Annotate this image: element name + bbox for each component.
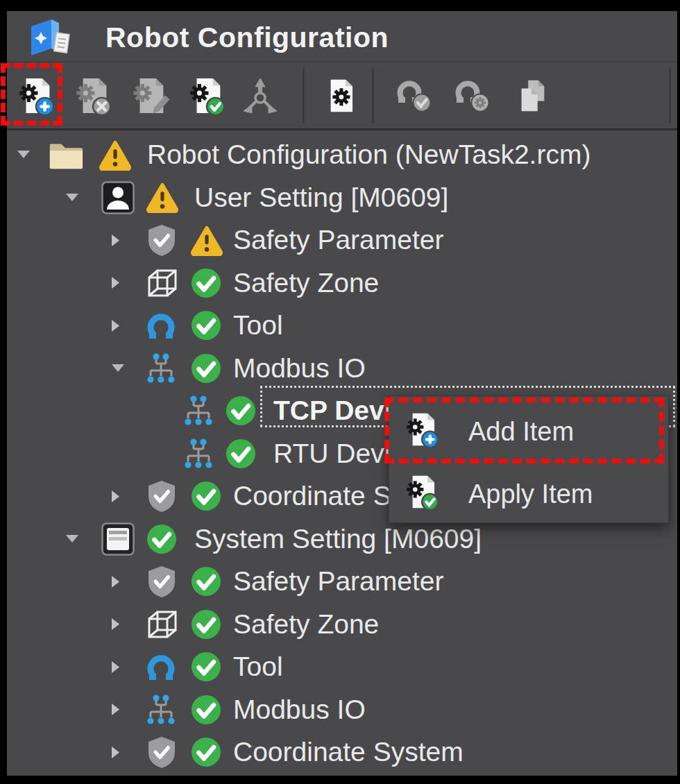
warning-icon — [99, 139, 132, 171]
modbus-icon — [146, 347, 176, 390]
doc-gear-add-icon — [17, 76, 56, 115]
gripper-icon — [146, 309, 176, 342]
robot-axes-icon — [240, 76, 280, 115]
warning-icon — [99, 133, 132, 176]
window-header: Robot Configuration — [7, 11, 677, 61]
toolbar-separator — [669, 68, 671, 123]
modbus-icon — [146, 352, 176, 385]
toolbar-robot-axes-button[interactable] — [239, 75, 282, 118]
warning-icon — [190, 225, 223, 256]
expand-arrow-collapsed-icon[interactable] — [111, 645, 120, 688]
tree-row-safety-parameter[interactable]: Safety Parameter — [7, 219, 677, 262]
doc-gear-apply-icon — [188, 76, 227, 115]
context-menu-item-add-item[interactable]: Add Item — [389, 402, 668, 461]
tree-row-robot-configuration-newtask2-rcm[interactable]: Robot Configuration (NewTask2.rcm) — [7, 133, 677, 176]
tree-row-safety-zone[interactable]: Safety Zone — [7, 603, 677, 646]
tree-row-tool[interactable]: Tool — [7, 304, 677, 347]
tree-row-label-cell: Coordinate System — [233, 731, 464, 774]
gripper-check-icon — [394, 76, 434, 115]
arrow-expanded-icon — [65, 534, 79, 544]
toolbar-add-item-button[interactable] — [15, 75, 58, 118]
ok-icon — [190, 267, 222, 299]
ok-icon — [146, 518, 178, 561]
doc-gear-add-icon — [405, 411, 441, 450]
tree-row-label: Tool — [233, 645, 283, 688]
shield-icon — [146, 479, 178, 513]
tree-row-label: Safety Zone — [233, 603, 379, 646]
expand-arrow-collapsed-icon[interactable] — [111, 219, 120, 262]
tree-row-label-cell: Tool — [233, 645, 283, 688]
expand-arrow-collapsed-icon[interactable] — [111, 560, 120, 603]
tree-row-modbus-io[interactable]: Modbus IO — [7, 347, 677, 390]
toolbar-tool-setting-button[interactable] — [451, 75, 494, 118]
toolbar-edit-item-button[interactable] — [129, 75, 172, 118]
expand-arrow-expanded-icon[interactable] — [17, 133, 31, 176]
toolbar-tool-apply-button[interactable] — [393, 75, 436, 118]
expand-arrow-collapsed-icon[interactable] — [111, 688, 120, 731]
modbus-icon — [183, 389, 214, 432]
tree-row-label-cell: Safety Parameter — [233, 560, 443, 603]
tree-row-label: Modbus IO — [233, 347, 366, 390]
tree-row-label-cell: Safety Zone — [233, 603, 379, 646]
expand-arrow-expanded-icon[interactable] — [65, 518, 79, 561]
copy-docs-icon — [513, 76, 551, 115]
tree-row-coordinate-system[interactable]: Coordinate System — [7, 731, 677, 774]
ok-icon — [190, 608, 222, 640]
arrow-collapsed-icon — [111, 490, 120, 503]
context-menu-item-apply-item[interactable]: Apply Item — [389, 464, 668, 524]
doc-gear-edit-icon — [131, 76, 170, 115]
doc-gear-icon — [323, 76, 359, 115]
expand-arrow-collapsed-icon[interactable] — [111, 262, 120, 305]
arrow-collapsed-icon — [111, 661, 120, 674]
context-menu-item-label: Apply Item — [468, 464, 593, 524]
tree-row-label: Safety Parameter — [233, 560, 443, 603]
warning-icon — [146, 182, 179, 213]
expand-arrow-collapsed-icon[interactable] — [111, 731, 120, 774]
cube-icon — [146, 608, 179, 641]
tree-row-label-cell: Safety Parameter — [233, 219, 443, 262]
tree-row-label-cell: Modbus IO — [233, 347, 366, 390]
arrow-collapsed-icon — [111, 746, 120, 759]
tree-row-safety-zone[interactable]: Safety Zone — [7, 262, 677, 305]
gripper-icon — [146, 645, 176, 688]
robot-configuration-window: Robot Configuration — [0, 0, 680, 784]
warning-icon — [190, 219, 223, 262]
ok-icon — [225, 395, 257, 427]
expand-arrow-expanded-icon[interactable] — [111, 347, 125, 390]
tree-row-label: Tool — [233, 304, 283, 347]
tree-row-label-cell: Tool — [233, 304, 283, 347]
shield-icon — [146, 560, 178, 603]
app-icon — [26, 15, 72, 58]
tree-row-user-setting-m0609[interactable]: User Setting [M0609] — [7, 176, 677, 219]
tree-row-tool[interactable]: Tool — [7, 645, 677, 688]
doc-gear-delete-icon — [74, 76, 113, 115]
ok-icon — [190, 645, 222, 688]
shield-icon — [146, 223, 178, 257]
toolbar-apply-item-button[interactable] — [186, 75, 229, 118]
ok-icon — [190, 736, 222, 768]
arrow-collapsed-icon — [111, 575, 120, 588]
cube-icon — [146, 603, 179, 646]
user-icon — [101, 181, 135, 214]
toolbar-config-doc-button[interactable] — [319, 75, 362, 118]
cube-icon — [146, 266, 179, 300]
shield-icon — [146, 735, 178, 769]
ok-icon — [190, 262, 222, 305]
ok-icon — [190, 347, 222, 390]
ok-icon — [190, 352, 222, 384]
toolbar-delete-item-button[interactable] — [72, 75, 115, 118]
expand-arrow-collapsed-icon[interactable] — [111, 475, 120, 518]
arrow-collapsed-icon — [111, 234, 120, 247]
tree-row-label-cell: Robot Configuration (NewTask2.rcm) — [147, 133, 590, 176]
tree-row-modbus-io[interactable]: Modbus IO — [7, 688, 677, 731]
ok-icon — [190, 694, 222, 726]
ok-icon — [190, 475, 222, 518]
tree-row-safety-parameter[interactable]: Safety Parameter — [7, 560, 677, 603]
expand-arrow-collapsed-icon[interactable] — [111, 304, 120, 347]
arrow-expanded-icon — [65, 193, 79, 203]
expand-arrow-collapsed-icon[interactable] — [111, 603, 120, 646]
expand-arrow-expanded-icon[interactable] — [65, 176, 79, 219]
ok-icon — [190, 309, 222, 341]
warning-icon — [146, 176, 179, 219]
toolbar-copy-item-button[interactable] — [511, 75, 554, 118]
